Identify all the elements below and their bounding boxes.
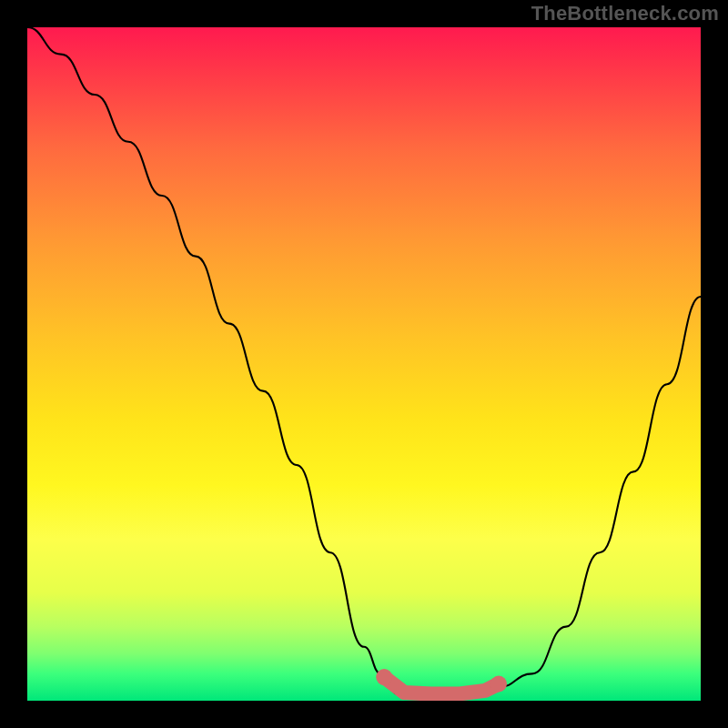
chart-container: TheBottleneck.com xyxy=(0,0,728,728)
highlight-band xyxy=(376,669,507,694)
bottleneck-curve-path xyxy=(27,27,701,694)
plot-area xyxy=(27,27,701,701)
highlight-dot xyxy=(490,676,507,693)
highlight-dot xyxy=(376,669,392,685)
curve-layer xyxy=(27,27,701,701)
watermark-text: TheBottleneck.com xyxy=(531,2,719,25)
highlight-band-stroke xyxy=(384,677,499,694)
